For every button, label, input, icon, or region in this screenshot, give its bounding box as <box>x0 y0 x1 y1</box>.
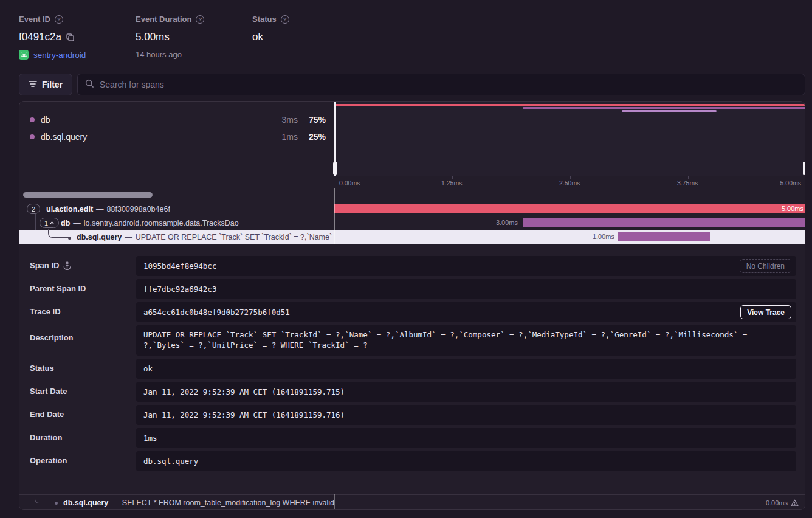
horizontal-scrollbar[interactable] <box>23 192 153 198</box>
filter-icon <box>29 80 37 89</box>
project-link[interactable]: sentry-android <box>33 50 86 60</box>
event-id-value: f0491c2a <box>19 31 61 43</box>
tree-connector-dot <box>68 237 71 240</box>
operation-value: db.sql.query <box>143 457 198 466</box>
status-value: ok <box>252 31 263 43</box>
parent-span-id-field: ffe7dbc92a6942c3 <box>136 279 796 299</box>
minimap-right-handle[interactable] <box>805 102 806 176</box>
separator: — <box>73 219 81 227</box>
span-desc: io.sentry.android.roomsample.data.Tracks… <box>84 219 239 227</box>
warning-icon <box>791 499 799 506</box>
window-guide-left <box>334 494 335 510</box>
copy-icon[interactable] <box>66 33 74 41</box>
end-date-value: Jan 11, 2022 9:52:39 AM CET (1641891159.… <box>143 410 345 420</box>
trace-minimap[interactable] <box>334 102 805 176</box>
span-bar-db-sql-query[interactable] <box>618 232 710 241</box>
span-search[interactable] <box>77 74 805 95</box>
span-op: db <box>61 219 70 227</box>
window-guide-left <box>334 188 335 244</box>
description-field: UPDATE OR REPLACE `Track` SET `TrackId` … <box>136 325 796 356</box>
separator: — <box>96 205 104 213</box>
minimap-left-handle[interactable] <box>334 102 336 176</box>
chevron-up-icon <box>50 221 54 224</box>
status-sub: – <box>252 50 289 59</box>
trace-view: db 3ms 75% db.sql.query 1ms 25% 0.00ms 1… <box>19 101 805 510</box>
status-block: Status ? ok – <box>252 15 289 59</box>
start-date-label: Start Date <box>30 387 67 396</box>
op-name: db <box>41 115 50 125</box>
op-color-dot <box>30 134 35 139</box>
filter-button-label: Filter <box>42 80 63 89</box>
span-row-db-sql-query-select[interactable]: db.sql.query — SELECT * FROM room_table_… <box>19 494 805 510</box>
axis-tick-label: 1.25ms <box>441 179 462 187</box>
span-row-ui-action-edit[interactable]: 2 ui.action.edit — 88f300998a0b4e6f 5.00… <box>19 202 805 216</box>
view-trace-button[interactable]: View Trace <box>740 305 791 319</box>
children-count-badge[interactable]: 2 <box>27 204 40 214</box>
help-icon[interactable]: ? <box>196 15 204 24</box>
children-count-badge[interactable]: 1 <box>40 218 59 228</box>
duration-field: 1ms <box>136 428 796 448</box>
start-date-value: Jan 11, 2022 9:52:39 AM CET (1641891159.… <box>143 387 345 396</box>
span-desc: 88f300998a0b4e6f <box>107 205 170 213</box>
span-duration: 0.00ms <box>766 499 788 506</box>
minimap-span-ui-action-edit <box>334 104 805 106</box>
tree-scrollbar-track <box>19 188 805 201</box>
legend-item-db-sql-query[interactable]: db.sql.query 1ms 25% <box>30 131 326 143</box>
tree-connector-dot <box>55 502 58 505</box>
start-date-field: Jan 11, 2022 9:52:39 AM CET (1641891159.… <box>136 382 796 402</box>
description-label: Description <box>30 333 74 342</box>
description-value: UPDATE OR REPLACE `Track` SET `TrackId` … <box>143 330 789 350</box>
op-color-dot <box>30 117 35 122</box>
end-date-label: End Date <box>30 410 64 419</box>
help-icon[interactable]: ? <box>281 15 289 24</box>
event-duration-label: Event Duration <box>136 15 191 24</box>
no-children-button: No Children <box>740 259 791 273</box>
time-axis: 0.00ms 1.25ms 2.50ms 3.75ms 5.00ms <box>334 176 805 188</box>
op-percent: 25% <box>304 132 326 142</box>
status-field-label: Status <box>30 364 54 373</box>
anchor-icon[interactable] <box>63 261 71 270</box>
separator: — <box>111 499 119 507</box>
span-row-db-sql-query-selected[interactable]: db.sql.query — UPDATE OR REPLACE `Track`… <box>19 230 805 244</box>
axis-tick-label: 3.75ms <box>677 179 698 187</box>
span-op: db.sql.query <box>63 499 108 507</box>
parent-span-id-value: ffe7dbc92a6942c3 <box>143 285 216 294</box>
span-desc: UPDATE OR REPLACE `Track` SET `TrackId` … <box>136 233 334 241</box>
span-detail-page: Event ID ? f0491c2a sentry-android <box>0 0 812 518</box>
event-duration-block: Event Duration ? 5.00ms 14 hours ago <box>136 15 204 59</box>
trace-id-field: a654cc61dc0b48ef9d0b27275b6f0d51 View Tr… <box>136 302 796 322</box>
span-bar-db[interactable] <box>523 218 805 227</box>
legend-item-db[interactable]: db 3ms 75% <box>30 114 326 126</box>
search-input[interactable] <box>100 80 797 89</box>
span-bar-ui-action-edit[interactable]: 5.00ms <box>334 204 805 213</box>
span-duration: 1.00ms <box>581 232 614 241</box>
duration-value: 1ms <box>143 433 157 443</box>
span-op: db.sql.query <box>77 233 122 241</box>
span-id-value: 1095bd4ef8e94bcc <box>143 261 216 271</box>
op-duration: 1ms <box>277 132 298 142</box>
status-field: ok <box>136 359 796 379</box>
axis-tick-label: 5.00ms <box>780 179 801 187</box>
event-id-block: Event ID ? f0491c2a sentry-android <box>19 15 86 60</box>
event-id-label: Event ID <box>19 15 50 24</box>
status-label: Status <box>252 15 277 24</box>
help-icon[interactable]: ? <box>55 15 63 24</box>
span-duration: 3.00ms <box>486 218 518 227</box>
op-breakdown-legend: db 3ms 75% db.sql.query 1ms 25% <box>19 102 334 188</box>
status-field-value: ok <box>143 364 153 373</box>
span-id-label: Span ID <box>30 261 59 270</box>
minimap-span-db <box>523 107 805 109</box>
duration-label: Duration <box>30 433 62 442</box>
span-detail-panel: Span ID 1095bd4ef8e94bcc No Children Par… <box>19 244 805 494</box>
span-id-field: 1095bd4ef8e94bcc No Children <box>136 256 796 276</box>
span-row-db[interactable]: 1 db — io.sentry.android.roomsample.data… <box>19 216 805 230</box>
end-date-field: Jan 11, 2022 9:52:39 AM CET (1641891159.… <box>136 405 796 425</box>
search-icon <box>85 79 94 91</box>
op-percent: 75% <box>304 115 326 125</box>
android-project-icon <box>19 50 29 60</box>
operation-field: db.sql.query <box>136 451 796 471</box>
separator: — <box>125 233 132 241</box>
span-duration: 5.00ms <box>782 204 803 213</box>
filter-button[interactable]: Filter <box>19 74 72 95</box>
tree-connector <box>48 229 69 238</box>
